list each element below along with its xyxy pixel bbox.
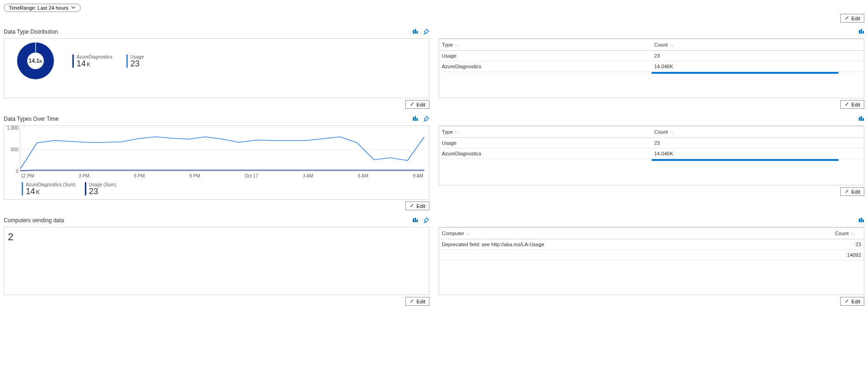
panel-data-types-over-time: Data Types Over Time 1,000 500 0 12 PM [4, 114, 429, 210]
edit-button-top[interactable]: Edit [840, 14, 864, 23]
sort-icon: ↑↓ [453, 43, 459, 47]
edit-label: Edit [416, 299, 425, 304]
logs-icon[interactable] [858, 116, 864, 122]
edit-label: Edit [416, 203, 425, 209]
pencil-icon [410, 298, 415, 304]
svg-rect-3 [859, 30, 860, 34]
panel-data-type-distribution: Data Type Distribution 14.1K [4, 27, 429, 109]
edit-button[interactable]: Edit [405, 100, 429, 109]
logs-icon[interactable] [412, 116, 418, 122]
edit-button[interactable]: Edit [405, 297, 429, 306]
svg-rect-14 [416, 219, 418, 222]
edit-button[interactable]: Edit [840, 187, 864, 196]
table-row: 14092 [439, 250, 864, 260]
svg-rect-6 [413, 117, 414, 121]
svg-rect-2 [416, 31, 418, 34]
table-row: AzureDiagnostics 14.046K [439, 61, 864, 72]
chart-donut: 14.1K AzureDiagnostics 14K Usag [4, 38, 429, 98]
donut-center-value: 14.1K [29, 58, 42, 64]
pencil-icon [410, 203, 415, 209]
computer-table: Computer↑↓ Count↑↓ Deprecated field: see… [439, 227, 864, 260]
svg-rect-16 [861, 218, 862, 222]
computers-count: 2 [8, 231, 425, 243]
col-computer[interactable]: Computer↑↓ [439, 228, 800, 239]
panel-title: Data Types Over Time [4, 116, 59, 122]
svg-rect-10 [861, 116, 862, 121]
edit-label: Edit [416, 102, 425, 107]
panel-type-count-table-2: Type↑↓ Count↑↓ Usage 23 AzureDiagnostics… [439, 114, 864, 210]
svg-rect-13 [415, 218, 416, 222]
pencil-icon [844, 298, 850, 304]
table-row: Usage 23 [439, 138, 864, 148]
col-type[interactable]: Type↑↓ [439, 126, 652, 138]
table-row: Usage 23 [439, 51, 864, 61]
svg-rect-1 [415, 29, 416, 34]
col-count[interactable]: Count↑↓ [800, 228, 864, 239]
line-chart: 1,000 500 0 [20, 128, 424, 172]
chevron-down-icon [71, 5, 76, 11]
logs-icon[interactable] [412, 29, 418, 35]
edit-label: Edit [851, 102, 860, 107]
svg-rect-11 [862, 118, 864, 121]
panel-computer-table: Computer↑↓ Count↑↓ Deprecated field: see… [439, 216, 864, 306]
donut-chart: 14.1K [17, 42, 54, 79]
pin-icon[interactable] [423, 116, 429, 122]
legend-item-usage: Usage 23 [126, 54, 144, 68]
svg-rect-8 [416, 118, 418, 121]
col-type[interactable]: Type↑↓ [439, 39, 652, 51]
type-count-table: Type↑↓ Count↑↓ Usage 23 AzureDiagnostics… [439, 39, 864, 72]
svg-rect-9 [859, 117, 860, 121]
logs-icon[interactable] [412, 217, 418, 224]
col-count[interactable]: Count↑↓ [652, 126, 864, 138]
logs-icon[interactable] [858, 217, 864, 224]
summary-usage: Usage (Sum) 23 [85, 182, 116, 195]
pin-icon[interactable] [423, 29, 429, 35]
panel-title: Computers sending data [4, 217, 64, 224]
pin-icon[interactable] [423, 217, 429, 224]
timerange-label: TimeRange: Last 24 hours [9, 5, 68, 11]
edit-label: Edit [851, 299, 860, 304]
logs-icon[interactable] [858, 29, 864, 35]
panel-title: Data Type Distribution [4, 29, 58, 35]
sort-icon: ↑↓ [668, 43, 674, 47]
edit-button[interactable]: Edit [840, 100, 864, 109]
pencil-icon [844, 189, 850, 195]
legend-item-azurediagnostics: AzureDiagnostics 14K [72, 54, 113, 68]
panel-type-count-table-1: Type↑↓ Count↑↓ Usage 23 AzureDiagnostics… [439, 27, 864, 109]
edit-label: Edit [851, 16, 860, 21]
table-row: Deprecated field: see http://aka.ms/LA-U… [439, 239, 864, 250]
timerange-selector[interactable]: TimeRange: Last 24 hours [4, 4, 81, 12]
edit-button[interactable]: Edit [840, 297, 864, 306]
edit-button[interactable]: Edit [405, 201, 429, 210]
col-count[interactable]: Count↑↓ [652, 39, 864, 51]
pencil-icon [410, 101, 415, 107]
panel-computers-sending-data: Computers sending data 2 Edit [4, 216, 429, 306]
svg-rect-15 [859, 219, 860, 222]
svg-rect-17 [862, 219, 864, 222]
pencil-icon [844, 101, 850, 107]
svg-rect-5 [862, 31, 864, 34]
svg-rect-12 [413, 219, 414, 222]
type-count-table: Type↑↓ Count↑↓ Usage 23 AzureDiagnostics… [439, 126, 864, 159]
table-row: AzureDiagnostics 14.046K [439, 148, 864, 159]
summary-azurediagnostics: AzureDiagnostics (Sum) 14K [22, 182, 76, 195]
pencil-icon [844, 15, 850, 21]
x-axis-labels: 12 PM 3 PM 6 PM 9 PM Oct 17 3 AM 6 AM 9 … [20, 172, 424, 178]
svg-rect-4 [861, 29, 862, 34]
svg-rect-7 [415, 116, 416, 121]
svg-rect-0 [413, 30, 414, 34]
edit-label: Edit [851, 189, 860, 195]
